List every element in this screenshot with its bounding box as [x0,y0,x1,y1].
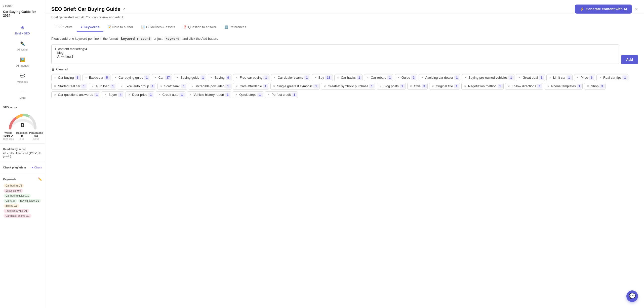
tag-remove-button[interactable]: × [273,76,277,79]
tag: × Excel auto group 1 [118,83,156,90]
headings-label: Headings [16,131,28,134]
tag: × Scott zankl 1 [157,83,187,90]
paragraphs-label: Paragraphs [29,131,43,134]
tag-remove-button[interactable]: × [234,93,238,96]
tag-remove-button[interactable]: × [119,84,124,88]
tag: × Buying guide 1 [174,74,206,81]
sidebar-item-ai-writer[interactable]: ✒️ AI Writer [0,37,45,54]
tag-name: Limit car [552,76,567,79]
tag-remove-button[interactable]: × [91,84,95,88]
tag-count: 1 [144,75,149,80]
tag-remove-button[interactable]: × [409,84,413,88]
tag-remove-button[interactable]: × [272,84,276,88]
tag-remove-button[interactable]: × [379,84,383,88]
tag: × Limit car 1 [546,74,572,81]
structure-tab-label: Structure [59,25,73,29]
readability-section: Readability score 42 - Difficult to Read… [0,146,45,160]
tag-remove-button[interactable]: × [235,76,239,79]
add-keyword-button[interactable]: Add [621,55,638,64]
back-button[interactable]: ‹ Back [0,4,45,10]
tag-remove-button[interactable]: × [267,93,271,96]
tag-remove-button[interactable]: × [103,93,107,96]
tag-remove-button[interactable]: × [576,76,580,79]
tag: × Follow directions 1 [505,83,543,90]
tab-keywords[interactable]: # Keywords [77,23,103,32]
tag-name: Shop [590,84,599,88]
question-tab-icon: ❓ [183,25,187,29]
tag-remove-button[interactable]: × [84,76,88,79]
clear-all-button[interactable]: 🗑 Clear all [51,67,638,71]
format-code: keyword : count [120,36,152,41]
references-tab-icon: ℹ️ [224,25,228,29]
tag-remove-button[interactable]: × [463,84,467,88]
tag-remove-button[interactable]: × [313,76,317,79]
tag-remove-button[interactable]: × [507,84,511,88]
tag-remove-button[interactable]: × [176,76,180,79]
tab-note-to-author[interactable]: 📝 Note to author [103,23,137,32]
tag-remove-button[interactable]: × [586,84,590,88]
tag-remove-button[interactable]: × [366,76,370,79]
tag-remove-button[interactable]: × [127,93,131,96]
tag: × Buying pre-owned vehicles 1 [462,74,514,81]
tag-remove-button[interactable]: × [546,84,550,88]
external-link-icon[interactable]: ↗ [122,7,126,12]
tag-count: 1 [200,75,206,80]
tag-remove-button[interactable]: × [463,76,467,79]
tag-remove-button[interactable]: × [323,84,327,88]
tag-remove-button[interactable]: × [420,76,424,79]
sidebar-keyword-pill: Buying guide 1/1 [18,199,41,203]
keywords-edit-button[interactable]: ✏️ [38,177,42,181]
tag: × Negotiation method 1 [461,83,503,90]
tag: × Single greatest symbolic 1 [270,83,319,90]
sidebar: ‹ Back Car Buying Guide for 2024 ⊕ Brief… [0,0,45,308]
tag: × Price 6 [574,74,595,81]
tag-remove-button[interactable]: × [336,76,340,79]
keyword-textarea[interactable] [51,44,619,64]
generate-content-button[interactable]: ⚡ Generate content with AI [575,5,632,14]
tag: × Greatest symbolic purchase 1 [321,83,375,90]
tag-remove-button[interactable]: × [53,84,57,88]
tag-name: Free car buying [239,76,263,79]
tag-remove-button[interactable]: × [159,84,163,88]
sidebar-item-more[interactable]: ⋯ More [0,86,45,102]
tag-name: Car questions answered [57,93,94,97]
tab-references[interactable]: ℹ️ References [220,23,250,32]
sidebar-item-ai-images[interactable]: 🖼️ AI Images [0,54,45,70]
chat-bubble-button[interactable]: 💬 [626,290,638,302]
brief-seo-icon: ⊕ [19,24,26,31]
tag-remove-button[interactable]: × [210,76,214,79]
tag-remove-button[interactable]: × [548,76,552,79]
tag-remove-button[interactable]: × [53,93,57,96]
tag-remove-button[interactable]: × [189,93,193,96]
guidelines-tab-label: Guidelines & assets [146,25,175,29]
tag-remove-button[interactable]: × [190,84,194,88]
sidebar-keyword-pill: Buying 2/9 [4,204,19,208]
tag-remove-button[interactable]: × [518,76,522,79]
tag: × Car hacks 1 [334,74,363,81]
tab-structure[interactable]: ☰ Structure [51,23,77,32]
sidebar-item-message[interactable]: 💬 Message [0,70,45,86]
tag-remove-button[interactable]: × [153,76,157,79]
tag-remove-button[interactable]: × [53,76,57,79]
plagiarism-check-label: Check [34,166,42,169]
tag: × Original title 1 [429,83,460,90]
guidelines-tab-icon: 📊 [141,25,145,29]
tag-remove-button[interactable]: × [157,93,162,96]
tab-guidelines[interactable]: 📊 Guidelines & assets [137,23,179,32]
tag-name: Quick steps [238,93,257,97]
tag-remove-button[interactable]: × [431,84,435,88]
back-label: Back [5,4,12,8]
tag-name: Original title [435,84,454,88]
close-button[interactable]: × [635,6,638,12]
tag-count: 1 [577,84,582,89]
tag-name: Single greatest symbolic [276,84,314,88]
tag-remove-button[interactable]: × [114,76,118,79]
sidebar-item-brief-seo[interactable]: ⊕ Brief + SEO [0,21,45,37]
tab-question-to-answer[interactable]: ❓ Question to answer [179,23,220,32]
tag-remove-button[interactable]: × [235,84,239,88]
sidebar-keyword-pill: Exotic car 0/5 [4,189,23,193]
plagiarism-check-button[interactable]: ● Check [32,166,42,169]
panel-header: SEO Brief: Car Buying Guide ↗ ⚡ Generate… [45,0,644,14]
tag-remove-button[interactable]: × [598,76,602,79]
tag-remove-button[interactable]: × [396,76,400,79]
